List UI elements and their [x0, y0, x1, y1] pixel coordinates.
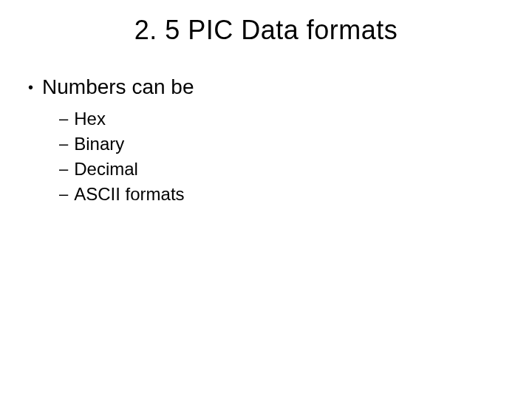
sub-item-text: Decimal	[74, 158, 138, 180]
slide-content: • Numbers can be – Hex – Binary – Decima…	[0, 75, 532, 205]
sub-item-text: Hex	[74, 108, 106, 130]
dash-icon: –	[59, 133, 68, 155]
list-item: – Decimal	[59, 158, 532, 180]
slide-title: 2. 5 PIC Data formats	[0, 15, 532, 46]
bullet-dot-icon: •	[28, 75, 33, 99]
sub-list: – Hex – Binary – Decimal – ASCII formats	[28, 108, 532, 205]
bullet-text: Numbers can be	[42, 75, 194, 99]
dash-icon: –	[59, 108, 68, 130]
bullet-item: • Numbers can be	[28, 75, 532, 99]
slide-container: 2. 5 PIC Data formats • Numbers can be –…	[0, 0, 532, 399]
sub-item-text: Binary	[74, 133, 124, 155]
dash-icon: –	[59, 158, 68, 180]
list-item: – Hex	[59, 108, 532, 130]
list-item: – Binary	[59, 133, 532, 155]
sub-item-text: ASCII formats	[74, 183, 184, 205]
list-item: – ASCII formats	[59, 183, 532, 205]
dash-icon: –	[59, 183, 68, 205]
